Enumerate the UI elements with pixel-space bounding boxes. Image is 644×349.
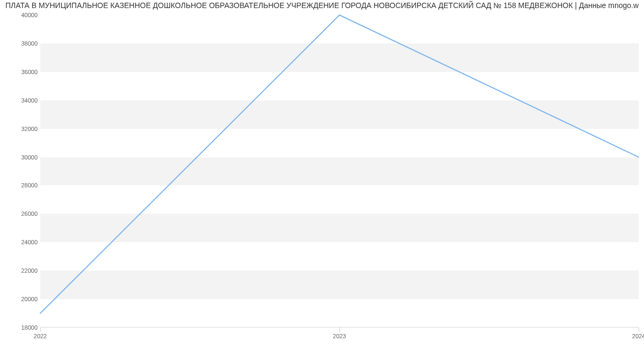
y-tick-label: 38000: [5, 40, 38, 47]
chart-container: ПЛАТА В МУНИЦИПАЛЬНОЕ КАЗЕННОЕ ДОШКОЛЬНО…: [0, 0, 644, 349]
y-tick-label: 20000: [5, 296, 38, 302]
x-tick-label: 2022: [34, 333, 47, 339]
line-layer: [40, 15, 639, 328]
chart-title: ПЛАТА В МУНИЦИПАЛЬНОЕ КАЗЕННОЕ ДОШКОЛЬНО…: [0, 1, 644, 10]
y-tick-label: 18000: [5, 324, 38, 331]
y-tick-label: 40000: [5, 12, 38, 18]
y-tick-label: 30000: [5, 154, 38, 161]
y-tick-label: 24000: [5, 239, 38, 245]
x-tick: [339, 328, 340, 332]
series-line: [40, 15, 639, 314]
y-tick-label: 34000: [5, 97, 38, 104]
y-tick-label: 36000: [5, 69, 38, 75]
y-tick-label: 22000: [5, 267, 38, 274]
x-tick: [40, 328, 41, 332]
y-tick-label: 26000: [5, 210, 38, 217]
y-tick-label: 28000: [5, 182, 38, 188]
plot-area: [40, 15, 639, 328]
x-tick-label: 2024: [632, 333, 644, 339]
x-tick: [639, 328, 639, 332]
y-tick-label: 32000: [5, 126, 38, 132]
x-tick-label: 2023: [333, 333, 346, 339]
